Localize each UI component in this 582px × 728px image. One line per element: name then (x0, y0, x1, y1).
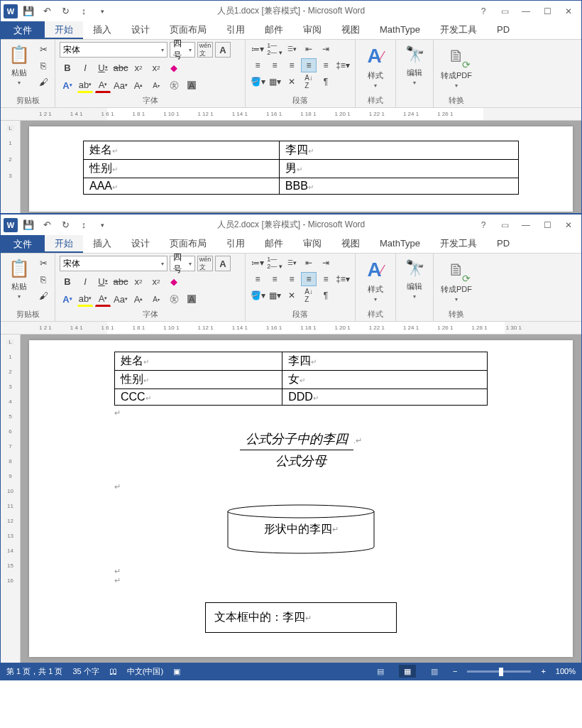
file-tab[interactable]: 文件 (1, 21, 45, 39)
font-name-combo[interactable]: 宋体▾ (60, 42, 168, 58)
document-table[interactable]: 姓名↵李四↵ 性别↵男↵ AAA↵BBB↵ (83, 141, 519, 195)
align-justify-icon[interactable]: ≡ (301, 272, 317, 286)
tab-pdf[interactable]: PD (487, 235, 520, 253)
format-painter-icon[interactable]: 🖌 (36, 288, 50, 303)
find-button[interactable]: 🔭 编辑 ▾ (400, 42, 429, 87)
tab-mailings[interactable]: 邮件 (255, 21, 293, 39)
print-layout-icon[interactable]: ▦ (399, 665, 416, 678)
character-shading-icon[interactable]: A (184, 291, 199, 307)
copy-icon[interactable]: ⎘ (36, 58, 50, 72)
font-name-combo[interactable]: 宋体▾ (60, 256, 168, 271)
tab-view[interactable]: 视图 (331, 21, 370, 39)
bullets-icon[interactable]: ≔▾ (250, 256, 265, 270)
touch-mode-icon[interactable]: ↕ (76, 217, 92, 233)
sort-icon[interactable]: A↓Z (301, 288, 317, 303)
increase-indent-icon[interactable]: ⇥ (318, 256, 334, 270)
enclose-characters-icon[interactable]: ㊛ (166, 77, 182, 93)
close-icon[interactable]: ✕ (559, 4, 578, 19)
tab-mathtype[interactable]: MathType (370, 235, 430, 253)
undo-icon[interactable]: ↶ (39, 217, 55, 233)
character-border-icon[interactable]: A (215, 256, 231, 271)
decrease-indent-icon[interactable]: ⇤ (301, 42, 317, 56)
font-color-icon[interactable]: A ▾ (95, 77, 111, 93)
shrink-font-button[interactable]: A▾ (148, 77, 164, 93)
tab-mailings[interactable]: 邮件 (255, 235, 293, 253)
redo-icon[interactable]: ↻ (57, 217, 73, 233)
find-button[interactable]: 🔭 编辑 ▾ (400, 256, 429, 301)
document-page[interactable]: 姓名↵李四↵ 性别↵男↵ AAA↵BBB↵ (29, 126, 573, 212)
tab-home[interactable]: 开始 (45, 21, 83, 39)
align-left-icon[interactable]: ≡ (250, 58, 265, 72)
qat-customize-icon[interactable]: ▾ (94, 217, 110, 233)
web-layout-icon[interactable]: ▥ (426, 665, 443, 678)
tab-design[interactable]: 设计 (121, 21, 160, 39)
underline-button[interactable]: U ▾ (95, 60, 111, 75)
format-painter-icon[interactable]: 🖌 (36, 75, 50, 89)
superscript-button[interactable]: x2 (148, 273, 164, 289)
shading-icon[interactable]: 🪣▾ (250, 75, 265, 89)
minimize-icon[interactable]: — (516, 217, 536, 233)
subscript-button[interactable]: x2 (131, 60, 146, 75)
multilevel-list-icon[interactable]: ☰▾ (284, 42, 300, 56)
undo-icon[interactable]: ↶ (39, 4, 55, 19)
cut-icon[interactable]: ✂ (36, 42, 50, 56)
shrink-font-button[interactable]: A▾ (148, 291, 164, 307)
styles-button[interactable]: A⁄ 样式 ▾ (360, 42, 391, 90)
macro-record-icon[interactable]: ▣ (173, 667, 180, 676)
grow-font-icon[interactable]: wén文 (197, 42, 213, 58)
touch-mode-icon[interactable]: ↕ (76, 4, 92, 19)
tab-home[interactable]: 开始 (45, 235, 83, 253)
distributed-icon[interactable]: ≡ (318, 272, 334, 286)
grow-font-button[interactable]: A▴ (131, 291, 146, 307)
tab-review[interactable]: 审阅 (293, 235, 331, 253)
strikethrough-button[interactable]: abc (113, 273, 128, 289)
clear-formatting-icon[interactable]: ◆ (166, 273, 182, 289)
change-case-icon[interactable]: Aa ▾ (113, 291, 128, 307)
tab-view[interactable]: 视图 (331, 235, 370, 253)
vertical-ruler[interactable]: L 12345678910111213141516 (1, 335, 21, 663)
formula-object[interactable]: 公式分子中的李四.↵ 公式分母 (114, 430, 488, 469)
bold-button[interactable]: B (60, 60, 75, 75)
qat-customize-icon[interactable]: ▾ (94, 4, 110, 19)
language-indicator[interactable]: 中文(中国) (127, 666, 163, 677)
vertical-ruler[interactable]: L 123 (1, 121, 21, 213)
zoom-in-icon[interactable]: + (541, 667, 545, 675)
bullets-icon[interactable]: ≔▾ (250, 42, 265, 56)
subscript-button[interactable]: x2 (131, 273, 146, 289)
tab-insert[interactable]: 插入 (83, 21, 121, 39)
borders-icon[interactable]: ▦▾ (267, 75, 282, 89)
zoom-slider[interactable] (467, 670, 531, 673)
spell-check-icon[interactable]: 🕮 (109, 667, 117, 675)
zoom-level[interactable]: 100% (556, 667, 576, 675)
enclose-characters-icon[interactable]: ㊛ (166, 291, 182, 307)
clear-formatting-icon[interactable]: ◆ (166, 60, 182, 75)
grow-font-icon[interactable]: wén文 (197, 256, 213, 271)
tab-pdf[interactable]: PD (487, 21, 520, 39)
highlight-icon[interactable]: ab ▾ (77, 77, 93, 93)
highlight-icon[interactable]: ab ▾ (77, 291, 93, 307)
show-marks-icon[interactable]: ¶ (318, 75, 334, 89)
sort-icon[interactable]: A↓Z (301, 75, 317, 89)
italic-button[interactable]: I (77, 273, 93, 289)
numbering-icon[interactable]: 1—2— ▾ (267, 256, 282, 270)
ribbon-options-icon[interactable]: ▭ (495, 217, 515, 233)
help-icon[interactable]: ? (473, 217, 493, 233)
font-color-icon[interactable]: A ▾ (95, 291, 111, 307)
line-spacing-icon[interactable]: ‡≡▾ (335, 272, 351, 286)
document-page[interactable]: 姓名↵李四↵ 性别↵女↵ CCC↵DDD↵ ↵ 公式分子中的李四.↵ 公式分母 … (29, 340, 573, 657)
close-icon[interactable]: ✕ (559, 217, 578, 233)
horizontal-ruler[interactable]: 1 2 11 4 11 6 11 8 11 10 11 12 11 14 11 … (1, 108, 581, 121)
asian-layout-icon[interactable]: ✕ (284, 75, 300, 89)
align-right-icon[interactable]: ≡ (284, 58, 300, 72)
tab-references[interactable]: 引用 (216, 235, 255, 253)
show-marks-icon[interactable]: ¶ (318, 288, 334, 303)
paste-button[interactable]: 📋 粘贴 ▾ (5, 42, 33, 87)
tab-references[interactable]: 引用 (216, 21, 255, 39)
paste-button[interactable]: 📋 粘贴 ▾ (5, 256, 33, 301)
styles-button[interactable]: A⁄ 样式 ▾ (360, 256, 391, 304)
tab-design[interactable]: 设计 (121, 235, 160, 253)
text-effects-icon[interactable]: A ▾ (60, 291, 75, 307)
save-icon[interactable]: 💾 (21, 217, 36, 233)
align-justify-icon[interactable]: ≡ (301, 58, 317, 72)
increase-indent-icon[interactable]: ⇥ (318, 42, 334, 56)
